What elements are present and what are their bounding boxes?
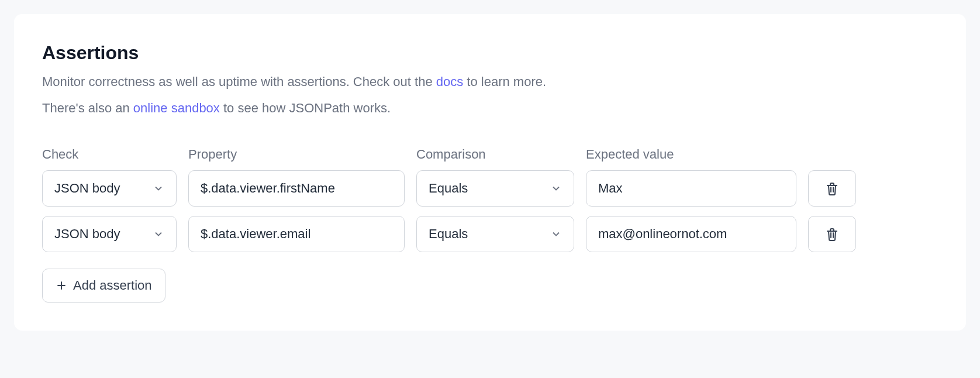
property-input-wrap <box>188 216 405 252</box>
chevron-down-icon <box>153 183 164 194</box>
header-compare: Comparison <box>416 147 574 162</box>
expected-input[interactable] <box>598 181 784 196</box>
section-description-1: Monitor correctness as well as uptime wi… <box>42 72 938 91</box>
add-assertion-label: Add assertion <box>73 278 152 293</box>
delete-assertion-button[interactable] <box>808 170 856 207</box>
property-input[interactable] <box>201 181 392 196</box>
section-description-2: There's also an online sandbox to see ho… <box>42 98 938 118</box>
chevron-down-icon <box>153 228 164 240</box>
expected-input-wrap <box>586 216 796 252</box>
chevron-down-icon <box>550 228 562 240</box>
comparison-select[interactable]: Equals <box>416 216 574 252</box>
add-assertion-button[interactable]: Add assertion <box>42 269 165 303</box>
comparison-select[interactable]: Equals <box>416 170 574 207</box>
property-input-wrap <box>188 170 405 207</box>
assertion-row: JSON body Equals <box>42 170 938 207</box>
header-check: Check <box>42 147 177 162</box>
expected-input-wrap <box>586 170 796 207</box>
desc2-post: to see how JSONPath works. <box>220 101 391 115</box>
expected-input[interactable] <box>598 226 784 242</box>
check-select[interactable]: JSON body <box>42 170 177 207</box>
check-select[interactable]: JSON body <box>42 216 177 252</box>
trash-icon <box>825 226 839 242</box>
header-expected: Expected value <box>586 147 796 162</box>
chevron-down-icon <box>550 183 562 194</box>
check-select-value: JSON body <box>54 181 120 196</box>
section-title: Assertions <box>42 42 938 64</box>
column-headers: Check Property Comparison Expected value <box>42 147 938 162</box>
desc1-pre: Monitor correctness as well as uptime wi… <box>42 74 436 89</box>
desc2-pre: There's also an <box>42 101 133 115</box>
check-select-value: JSON body <box>54 226 120 242</box>
property-input[interactable] <box>201 226 392 242</box>
header-property: Property <box>188 147 405 162</box>
sandbox-link[interactable]: online sandbox <box>133 101 220 115</box>
desc1-post: to learn more. <box>463 74 546 89</box>
assertions-card: Assertions Monitor correctness as well a… <box>14 14 966 331</box>
docs-link[interactable]: docs <box>436 74 463 89</box>
plus-icon <box>56 280 67 291</box>
comparison-select-value: Equals <box>429 226 468 242</box>
comparison-select-value: Equals <box>429 181 468 196</box>
trash-icon <box>825 180 839 197</box>
header-delete-spacer <box>808 147 856 162</box>
assertion-row: JSON body Equals <box>42 216 938 252</box>
delete-assertion-button[interactable] <box>808 216 856 252</box>
